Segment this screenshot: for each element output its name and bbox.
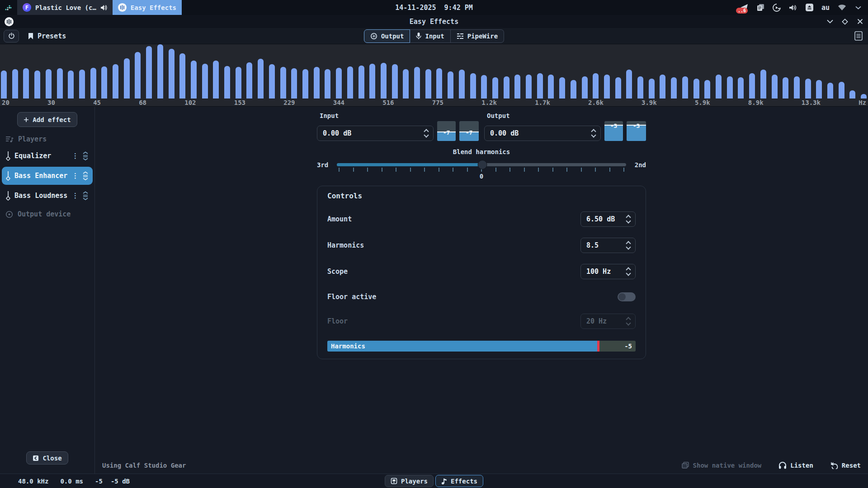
slider-tick [424,168,425,172]
tab-output[interactable]: Output [364,29,410,43]
spectrum-bar [593,73,599,99]
spectrum-bar [514,75,520,99]
spectrum-bar [23,68,29,99]
spectrum-bar [582,76,588,99]
sidebar-item-output-device[interactable]: Output device [0,207,94,221]
messenger-icon[interactable]: ..6 [740,3,749,12]
spin-down-icon[interactable] [591,132,596,137]
wifi-icon[interactable] [837,3,846,12]
effect-reorder-handle[interactable] [82,151,89,160]
axis-tick-label: 8.9k [748,99,764,106]
meter-value: -7 [459,129,479,136]
keyboard-layout-indicator[interactable]: au [821,3,830,12]
harmonics-spinbox[interactable]: 8.5 [580,238,636,253]
clipboard-icon[interactable] [756,3,765,12]
spectrum-bar [1,70,7,99]
maximize-button[interactable] [841,18,849,25]
sidebar-item-bass-enhancer[interactable]: Bass Enhancer ⋮ [2,167,93,185]
toggle-knob [618,293,626,300]
sidebar-item-bass-loudness[interactable]: Bass Loudness ⋮ [2,187,93,205]
input-level-meter-right: -7 [459,121,479,141]
tab-input[interactable]: Input [410,29,450,43]
spectrum-bar [649,79,655,99]
spectrum-bar [269,64,275,99]
harmonics-label: Harmonics [327,241,364,249]
spectrum-bar [179,53,185,99]
effect-menu-button[interactable]: ⋮ [72,172,78,180]
players-section-header[interactable]: Players [0,132,94,146]
sidebar-item-equalizer[interactable]: Equalizer ⋮ [2,147,93,165]
effect-menu-button[interactable]: ⋮ [72,192,78,200]
axis-tick-label: 20 [2,99,9,106]
axis-tick-label: 1.7k [535,99,550,106]
shortcuts-help-button[interactable] [853,30,864,42]
launcher-icon[interactable] [0,0,17,15]
scope-value: 100 Hz [581,267,627,276]
input-gain-spinbox[interactable]: 0.00 dB [317,126,434,141]
spectrum-bar [738,77,744,99]
reset-undo-icon [830,462,838,469]
output-gain-label: Output [484,112,646,120]
app-headerbar: Presets Output Input PipeWire [0,28,868,44]
spin-down-icon[interactable] [626,271,631,276]
floor-active-toggle[interactable] [618,292,636,301]
native-window-icon [682,462,689,469]
spectrum-bar [202,64,208,99]
show-native-window-label: Show native window [693,462,762,469]
spectrum-bar [861,94,867,99]
effect-menu-button[interactable]: ⋮ [72,152,78,160]
spectrum-bar [90,68,96,99]
spectrum-bar [448,71,453,99]
tab-pipewire[interactable]: PipeWire [451,29,504,43]
amount-label: Amount [327,215,352,223]
spin-down-icon[interactable] [424,132,429,137]
amount-spinbox[interactable]: 6.50 dB [580,211,636,227]
effect-reorder-handle[interactable] [82,171,89,180]
speaker-driver-icon [370,33,377,40]
presets-button[interactable]: Presets [28,32,66,40]
spectrum-bar [827,83,833,99]
slider-handle[interactable] [477,160,487,169]
taskbar-tab-easy-effects[interactable]: Easy Effects [113,0,182,15]
blend-left-label: 3rd [317,161,332,169]
listen-button[interactable]: Listen [778,461,813,469]
system-taskbar: F Plastic Love (c… Easy Effects 14-11-20… [0,0,868,15]
add-effect-button[interactable]: Add effect [17,112,77,127]
effect-reorder-handle[interactable] [82,191,89,200]
close-window-button[interactable] [856,18,863,25]
screen-recorder-icon[interactable] [772,3,781,12]
spectrum-bar [716,75,722,99]
spin-down-icon[interactable] [626,244,631,249]
output-gain-spinbox[interactable]: 0.00 dB [484,126,601,141]
meter-value: -3 [627,122,646,129]
effect-name: Bass Loudness [14,192,68,200]
spectrum-bar [849,90,855,99]
reset-label: Reset [842,462,861,469]
harmonics-meter-label: Harmonics [331,343,365,350]
close-button[interactable]: Close [26,451,68,465]
slider-tick [623,168,624,172]
tab-effects[interactable]: Effects [435,475,483,487]
control-row-amount: Amount 6.50 dB [327,206,636,232]
spin-down-icon[interactable] [626,218,631,223]
reset-button[interactable]: Reset [830,462,861,469]
spectrum-bar [749,73,755,99]
removable-media-eject-icon[interactable] [805,3,814,12]
harmonics-meter-rest: -5 [599,341,636,352]
taskbar-tab-music-player[interactable]: F Plastic Love (c… [17,0,113,15]
tray-expand-chevron-icon[interactable] [854,3,863,12]
global-bypass-button[interactable] [4,30,19,42]
bottom-view-switcher: Players Effects [0,475,868,487]
spectrum-bar [693,79,699,99]
minimize-button[interactable] [826,18,834,25]
spectrum-bar [359,66,364,99]
spectrum-bar [46,69,52,99]
tab-players[interactable]: Players [385,475,434,487]
spectrum-bar [124,58,130,99]
spectrum-bar [369,64,375,99]
volume-icon[interactable] [788,3,797,12]
microphone-icon [416,32,421,40]
scope-spinbox[interactable]: 100 Hz [580,264,636,279]
players-label: Players [18,135,47,143]
blend-harmonics-slider[interactable] [337,160,626,170]
